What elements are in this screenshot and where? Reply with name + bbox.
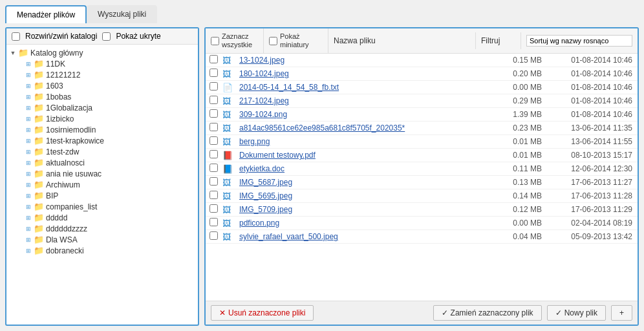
file-checkbox[interactable] xyxy=(209,96,218,104)
file-name[interactable]: 309-1024.png xyxy=(237,110,495,119)
file-name[interactable]: a814ac98561ce62ee985a681c8f5705f_202035* xyxy=(237,123,495,133)
folder-icon: 📁 xyxy=(34,213,44,222)
file-name[interactable]: IMG_5687.jpeg xyxy=(237,178,495,187)
tree-toggle: ⊞ xyxy=(25,104,32,112)
file-thumb-cell: 🖼 xyxy=(221,219,237,228)
new-file-button[interactable]: ✓ Nowy plik xyxy=(547,305,606,321)
file-checkbox[interactable] xyxy=(209,231,218,240)
tab-search-files[interactable]: Wyszukaj pliki xyxy=(87,5,157,23)
expand-collapse-checkbox[interactable] xyxy=(12,32,20,41)
file-checkbox-cell xyxy=(206,82,221,92)
tree-item[interactable]: ⊞ 📁 1603 xyxy=(6,80,198,91)
file-row[interactable]: 🖼 berg.png 0.01 MB 13-06-2014 11:55 xyxy=(206,135,638,149)
file-row[interactable]: 🖼 217-1024.jpeg 0.29 MB 01-08-2014 10:46 xyxy=(206,94,638,108)
tree-item[interactable]: ⊞ 📁 ddddddzzzz xyxy=(6,223,198,234)
delete-files-button[interactable]: ✕ Usuń zaznaczone pliki xyxy=(211,305,314,321)
tree-item-label: 12121212 xyxy=(46,70,80,80)
file-row[interactable]: 🖼 IMG_5695.jpeg 0.14 MB 17-06-2013 11:28 xyxy=(206,189,638,203)
file-name[interactable]: IMG_5695.jpeg xyxy=(237,191,495,200)
file-checkbox[interactable] xyxy=(209,150,218,158)
tab-file-manager[interactable]: Menadżer plików xyxy=(5,5,87,23)
file-row[interactable]: 🖼 pdficon.png 0.00 MB 02-04-2014 08:19 xyxy=(206,217,638,230)
folder-icon: 📁 xyxy=(34,81,44,91)
file-checkbox[interactable] xyxy=(209,136,218,145)
file-row[interactable]: 🖼 13-1024.jpeg 0.15 MB 01-08-2014 10:46 xyxy=(206,54,638,67)
tree-item[interactable]: ⊞ 📁 1test-krapkowice xyxy=(6,135,198,146)
file-checkbox[interactable] xyxy=(209,191,218,199)
sort-dropdown[interactable]: Sortuj wg nazwy rosnąco xyxy=(526,35,632,47)
file-row[interactable]: 📄 2014-05-14_14_54_58_fb.txt 0.00 MB 01-… xyxy=(206,81,638,94)
header-filter[interactable]: Filtruj xyxy=(476,32,521,49)
tree-item[interactable]: ⊞ 📁 Archiwum xyxy=(6,179,198,190)
file-row[interactable]: 🖼 180-1024.jpeg 0.20 MB 01-08-2014 10:46 xyxy=(206,67,638,81)
file-checkbox[interactable] xyxy=(209,123,218,131)
tree-root-label: Katalog główny xyxy=(30,48,83,58)
select-all-checkbox[interactable] xyxy=(211,37,219,45)
tree-toggle: ⊞ xyxy=(25,214,32,222)
add-button[interactable]: + xyxy=(611,305,632,321)
tree-item[interactable]: ⊞ 📁 Dla WSA xyxy=(6,234,198,245)
folder-icon: 📁 xyxy=(34,125,44,134)
file-list-body[interactable]: 🖼 13-1024.jpeg 0.15 MB 01-08-2014 10:46 … xyxy=(206,54,638,301)
file-row[interactable]: 🖼 IMG_5687.jpeg 0.13 MB 17-06-2013 11:27 xyxy=(206,176,638,189)
file-checkbox[interactable] xyxy=(209,177,218,186)
tree-item[interactable]: ⊞ 📁 ania nie usuwac xyxy=(6,168,198,179)
tree-item[interactable]: ⊞ 📁 dobranecki xyxy=(6,245,198,256)
file-checkbox[interactable] xyxy=(209,218,218,226)
file-name[interactable]: 180-1024.jpeg xyxy=(237,69,495,78)
file-name[interactable]: etykietka.doc xyxy=(237,164,495,173)
file-thumb-cell: 🖼 xyxy=(221,205,237,215)
file-name[interactable]: 217-1024.jpeg xyxy=(237,96,495,105)
filter-label: Filtruj xyxy=(481,36,500,45)
thumbnails-checkbox[interactable] xyxy=(269,37,277,45)
file-checkbox[interactable] xyxy=(209,69,218,77)
file-checkbox-cell xyxy=(206,164,221,174)
file-row[interactable]: 🖼 IMG_5709.jpeg 0.12 MB 17-06-2013 11:29 xyxy=(206,203,638,217)
file-name[interactable]: 13-1024.jpeg xyxy=(237,56,495,65)
file-checkbox[interactable] xyxy=(209,164,218,172)
file-row[interactable]: 📘 etykietka.doc 0.11 MB 12-06-2014 12:30 xyxy=(206,162,638,176)
folder-icon: 📁 xyxy=(34,114,44,123)
file-row[interactable]: 🖼 309-1024.png 1.39 MB 01-08-2014 10:46 xyxy=(206,108,638,122)
tree-item[interactable]: ⊞ 📁 1izbicko xyxy=(6,113,198,124)
file-name[interactable]: pdficon.png xyxy=(237,219,495,228)
left-panel-header: Rozwiń/zwiń katalogi Pokaż ukryte xyxy=(6,28,198,45)
expand-collapse-label: Rozwiń/zwiń katalogi xyxy=(25,32,97,41)
replace-file-button[interactable]: ✓ Zamień zaznaczony plik xyxy=(433,305,542,321)
replace-label: Zamień zaznaczony plik xyxy=(451,308,533,317)
tree-item[interactable]: ⊞ 📁 companies_list xyxy=(6,201,198,212)
file-name[interactable]: Dokument testowy.pdf xyxy=(237,151,495,160)
file-name[interactable]: berg.png xyxy=(237,137,495,146)
tree-item[interactable]: ⊞ 📁 11DK xyxy=(6,58,198,69)
file-name[interactable]: 2014-05-14_14_54_58_fb.txt xyxy=(237,83,495,92)
tree-item[interactable]: ⊞ 📁 ddddd xyxy=(6,212,198,223)
tree-item[interactable]: ⊞ 📁 aktualnosci xyxy=(6,157,198,168)
file-row[interactable]: 📕 Dokument testowy.pdf 0.01 MB 08-10-201… xyxy=(206,149,638,162)
show-hidden-checkbox[interactable] xyxy=(102,32,111,41)
tree-item[interactable]: ⊞ 📁 1Globalizacja xyxy=(6,102,198,113)
tree-item[interactable]: ⊞ 📁 BIP xyxy=(6,190,198,201)
file-row[interactable]: 🖼 a814ac98561ce62ee985a681c8f5705f_20203… xyxy=(206,122,638,135)
tree-item[interactable]: ⊞ 📁 12121212 xyxy=(6,69,198,80)
file-checkbox-cell xyxy=(206,109,221,120)
file-date: 05-09-2013 13:42 xyxy=(547,232,638,241)
file-name[interactable]: IMG_5709.jpeg xyxy=(237,205,495,214)
file-checkbox[interactable] xyxy=(209,109,218,118)
folder-icon: 📁 xyxy=(34,70,44,80)
file-row[interactable]: 🖼 sylvie_rafael_vaart_500.jpeg 0.04 MB 0… xyxy=(206,230,638,244)
tree-container[interactable]: ▼ 📁 Katalog główny ⊞ 📁 11DK ⊞ 📁 12121212… xyxy=(6,45,198,325)
header-sort[interactable]: Sortuj wg nazwy rosnąco xyxy=(521,31,638,50)
tree-item[interactable]: ⊞ 📁 1bobas xyxy=(6,91,198,102)
tree-item[interactable]: ⊞ 📁 1osirniemodlin xyxy=(6,124,198,135)
tree-toggle: ⊞ xyxy=(25,181,32,189)
file-checkbox[interactable] xyxy=(209,55,218,63)
file-thumb-cell: 🖼 xyxy=(221,232,237,242)
file-size: 0.15 MB xyxy=(495,56,547,65)
tree-item[interactable]: ⊞ 📁 1test-zdw xyxy=(6,146,198,157)
file-date: 01-08-2014 10:46 xyxy=(547,56,638,65)
file-checkbox[interactable] xyxy=(209,82,218,91)
file-name[interactable]: sylvie_rafael_vaart_500.jpeg xyxy=(237,232,495,241)
tree-item-root[interactable]: ▼ 📁 Katalog główny xyxy=(6,47,198,58)
file-checkbox-cell xyxy=(206,69,221,79)
file-checkbox[interactable] xyxy=(209,204,218,213)
